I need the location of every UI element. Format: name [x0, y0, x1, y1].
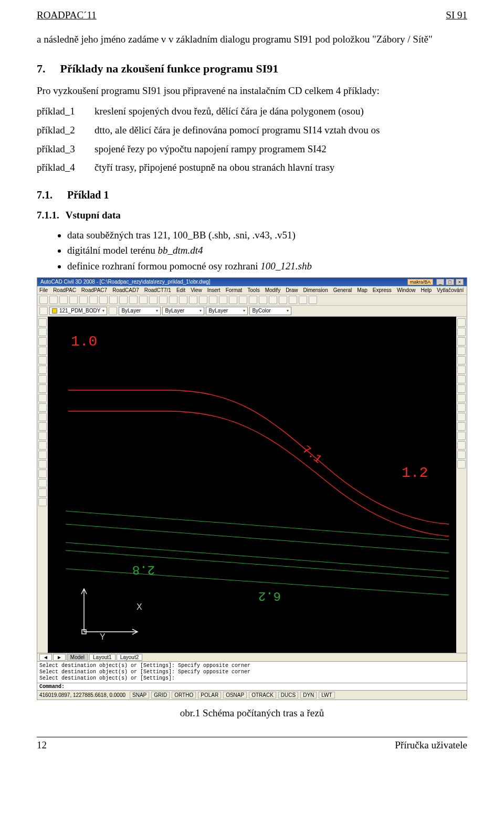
toolbar-button[interactable]: [129, 296, 138, 304]
toolbar-button[interactable]: [289, 296, 297, 304]
modify-tool-icon[interactable]: [457, 441, 466, 450]
draw-tool-icon[interactable]: [38, 441, 47, 450]
cad-right-toolbar[interactable]: [456, 317, 467, 653]
plotstyle-dropdown[interactable]: ByColor: [249, 307, 291, 315]
status-toggle[interactable]: OSNAP: [223, 692, 247, 698]
cad-command-input[interactable]: Command:: [37, 683, 467, 690]
draw-tool-icon[interactable]: [38, 318, 47, 327]
toolbar-button[interactable]: [119, 296, 128, 304]
menu-item[interactable]: Tools: [247, 287, 259, 293]
menu-item[interactable]: General: [333, 287, 352, 293]
modify-tool-icon[interactable]: [457, 403, 466, 412]
draw-tool-icon[interactable]: [38, 403, 47, 412]
draw-tool-icon[interactable]: [38, 432, 47, 440]
modify-tool-icon[interactable]: [457, 318, 466, 327]
cad-layout-tabs[interactable]: ◄ ► Model Layout1 Layout2: [37, 653, 467, 661]
status-toggle[interactable]: LWT: [319, 692, 334, 698]
modify-tool-icon[interactable]: [457, 347, 466, 355]
modify-tool-icon[interactable]: [457, 394, 466, 402]
tab-layout1[interactable]: Layout1: [89, 654, 116, 661]
toolbar-button[interactable]: [99, 296, 108, 304]
menu-item[interactable]: RoadPAC7: [81, 287, 107, 293]
toolbar-button[interactable]: [269, 296, 277, 304]
modify-tool-icon[interactable]: [457, 432, 466, 440]
modify-tool-icon[interactable]: [457, 384, 466, 393]
draw-tool-icon[interactable]: [38, 356, 47, 364]
draw-tool-icon[interactable]: [38, 498, 47, 506]
draw-tool-icon[interactable]: [38, 375, 47, 383]
draw-tool-icon[interactable]: [38, 413, 47, 421]
toolbar-button[interactable]: [109, 296, 118, 304]
layer-dropdown[interactable]: 121_PDM_BODY ▾: [49, 307, 107, 315]
modify-tool-icon[interactable]: [457, 451, 466, 459]
draw-tool-icon[interactable]: [38, 460, 47, 468]
menu-item[interactable]: Map: [357, 287, 367, 293]
tab-layout2[interactable]: Layout2: [117, 654, 143, 661]
menu-item[interactable]: View: [191, 287, 202, 293]
draw-tool-icon[interactable]: [38, 422, 47, 431]
draw-tool-icon[interactable]: [38, 347, 47, 355]
draw-tool-icon[interactable]: [38, 337, 47, 346]
toolbar-button[interactable]: [209, 296, 217, 304]
toolbar-button[interactable]: [199, 296, 207, 304]
toolbar-button[interactable]: [79, 296, 88, 304]
toolbar-button[interactable]: [89, 296, 98, 304]
menu-item[interactable]: Window: [397, 287, 416, 293]
draw-tool-icon[interactable]: [38, 384, 47, 393]
toolbar-button[interactable]: [249, 296, 257, 304]
toolbar-button[interactable]: [59, 296, 68, 304]
status-toggle[interactable]: DUCS: [278, 692, 298, 698]
menu-item[interactable]: Draw: [286, 287, 298, 293]
modify-tool-icon[interactable]: [457, 413, 466, 421]
menu-item[interactable]: Insert: [207, 287, 220, 293]
tab-model[interactable]: Model: [67, 654, 88, 661]
menu-item[interactable]: RoadCAD7: [112, 287, 139, 293]
toolbar-button[interactable]: [229, 296, 237, 304]
status-toggle[interactable]: OTRACK: [249, 692, 276, 698]
toolbar-button[interactable]: [39, 296, 48, 304]
toolbar-button[interactable]: [69, 296, 78, 304]
toolbar-button[interactable]: [179, 296, 187, 304]
status-toggle[interactable]: GRID: [151, 692, 170, 698]
toolbar-button[interactable]: [189, 296, 197, 304]
menu-item[interactable]: Modify: [265, 287, 280, 293]
cad-toolbar-1[interactable]: [37, 295, 467, 306]
minimize-icon[interactable]: _: [436, 279, 444, 285]
menu-item[interactable]: Vytlačování: [437, 287, 464, 293]
toolbar-button[interactable]: [139, 296, 148, 304]
status-toggle[interactable]: DYN: [300, 692, 317, 698]
menu-item[interactable]: Edit: [176, 287, 185, 293]
toolbar-button[interactable]: [299, 296, 307, 304]
cad-canvas[interactable]: 1.0 7.1 1.2 2.8 6.2: [48, 317, 456, 653]
window-controls[interactable]: _ □ ×: [436, 279, 464, 285]
draw-tool-icon[interactable]: [38, 394, 47, 402]
modify-tool-icon[interactable]: [457, 366, 466, 374]
draw-tool-icon[interactable]: [38, 488, 47, 497]
toolbar-button[interactable]: [309, 296, 317, 304]
toolbar-button[interactable]: [49, 296, 58, 304]
menu-item[interactable]: RoadCT7/1: [144, 287, 171, 293]
cad-menubar[interactable]: File RoadPAC RoadPAC7 RoadCAD7 RoadCT7/1…: [37, 286, 467, 295]
toolbar-button[interactable]: [39, 307, 48, 315]
color-dropdown[interactable]: ByLayer: [119, 307, 161, 315]
tab-nav-prev[interactable]: ◄: [39, 654, 52, 661]
status-toggle[interactable]: SNAP: [130, 692, 149, 698]
cad-toolbar-2[interactable]: 121_PDM_BODY ▾ ByLayer ByLayer ByLayer B…: [37, 306, 467, 317]
toolbar-button[interactable]: [159, 296, 167, 304]
modify-tool-icon[interactable]: [457, 375, 466, 383]
draw-tool-icon[interactable]: [38, 328, 47, 336]
draw-tool-icon[interactable]: [38, 366, 47, 374]
status-toggle[interactable]: POLAR: [198, 692, 221, 698]
status-toggle[interactable]: ORTHO: [172, 692, 196, 698]
close-icon[interactable]: ×: [456, 279, 464, 285]
draw-tool-icon[interactable]: [38, 479, 47, 487]
maximize-icon[interactable]: □: [446, 279, 454, 285]
draw-tool-icon[interactable]: [38, 451, 47, 459]
cad-left-toolbar[interactable]: [37, 317, 48, 653]
tab-nav-next[interactable]: ►: [53, 654, 66, 661]
modify-tool-icon[interactable]: [457, 328, 466, 336]
toolbar-button[interactable]: [279, 296, 287, 304]
menu-item[interactable]: RoadPAC: [53, 287, 76, 293]
toolbar-button[interactable]: [109, 307, 117, 315]
toolbar-button[interactable]: [239, 296, 247, 304]
